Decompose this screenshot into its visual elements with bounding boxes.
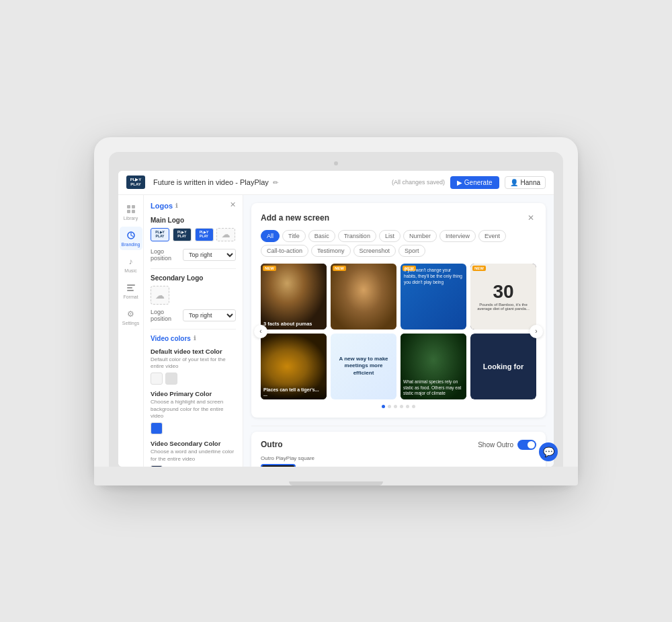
logo-option-2[interactable]: PL▶YPLAY: [173, 228, 192, 241]
dot-2[interactable]: [388, 405, 391, 408]
secondary-logo-section: Secondary Logo ☁ Logo position Top right…: [151, 274, 236, 322]
sidebar-item-format[interactable]: Format: [120, 279, 142, 303]
filter-testimony[interactable]: Testimony: [311, 245, 351, 257]
template-parrots[interactable]: What animal species rely on static as fo…: [401, 334, 466, 399]
secondary-logo-position-label: Logo position: [151, 309, 179, 322]
outro-toggle-switch[interactable]: [517, 440, 536, 450]
add-screen-header: Add a new screen ✕: [261, 212, 536, 223]
filter-title[interactable]: Title: [282, 230, 306, 242]
panel-title: Logos ℹ: [151, 202, 236, 210]
logo-position-select[interactable]: Top right Top left Bottom right Bottom l…: [183, 249, 236, 261]
template-number[interactable]: 30 Pounds of Bamboo, it's the average di…: [470, 264, 536, 329]
template-meeting[interactable]: A new way to make meetings more efficien…: [331, 334, 396, 399]
parrots-bg: What animal species rely on static as fo…: [401, 334, 466, 399]
carousel-dots: [261, 405, 536, 408]
panel-close-button[interactable]: ✕: [228, 200, 237, 210]
looking-for-text: Looking for: [483, 362, 524, 371]
filter-list[interactable]: List: [379, 230, 401, 242]
outro-show-label: Show Outro: [478, 441, 513, 449]
sidebar-item-branding[interactable]: Branding: [120, 227, 142, 250]
toggle-knob: [528, 441, 535, 449]
divider-1: [151, 268, 236, 269]
filter-event[interactable]: Event: [478, 230, 506, 242]
template-tiger[interactable]: Places can tell a tiger's... ...: [261, 334, 327, 399]
new-badge-4: NEW: [472, 266, 486, 271]
new-badge-1: NEW: [263, 266, 276, 271]
dot-3[interactable]: [394, 405, 397, 408]
number-caption: Pounds of Bamboo, it's the average diet …: [473, 303, 534, 311]
music-label: Music: [124, 268, 136, 273]
svg-rect-3: [132, 210, 135, 213]
title-text: Future is written in video - PlayPlay: [153, 178, 269, 186]
parrots-text: What animal species rely on static as fo…: [403, 379, 464, 396]
secondary-logo-label: Secondary Logo: [151, 274, 236, 282]
playplay-logo-icon: PL▶Y PLAY: [126, 176, 145, 189]
template-pumas[interactable]: 3 facts about pumas 3 facts about pumas …: [261, 264, 327, 329]
user-menu-button[interactable]: 👤 Hanna: [505, 176, 546, 189]
header-right: (All changes saved) ▶ Generate 👤 Hanna: [392, 176, 546, 189]
logo-position-label: Logo position: [151, 248, 179, 262]
filter-screenshot[interactable]: Screenshot: [353, 245, 396, 257]
primary-color-label: Video Primary Color: [151, 390, 236, 397]
library-icon: [126, 204, 136, 215]
svg-rect-5: [127, 284, 135, 286]
logo-option-3[interactable]: PL▶YPLAY: [195, 228, 214, 241]
logo-text-line1: PL▶Y: [130, 178, 142, 182]
big-number: 30: [493, 282, 513, 301]
filter-sport[interactable]: Sport: [398, 245, 425, 257]
secondary-color-row: Video Secondary Color Choose a word and …: [151, 440, 236, 466]
meeting-overlay-text: A new way to make meetings more efficien…: [335, 356, 392, 377]
logo-options-grid: PL▶YPLAY PL▶YPLAY PL▶YPLAY ☁: [151, 228, 236, 241]
sidebar-item-library[interactable]: Library: [120, 200, 142, 224]
dot-4[interactable]: [400, 405, 403, 408]
carousel-prev-button[interactable]: ‹: [254, 325, 267, 338]
generate-button[interactable]: ▶ Generate: [450, 176, 499, 189]
sidebar-item-settings[interactable]: ⚙ Settings: [120, 305, 142, 329]
template-blue-info[interactable]: If you won't change your habits, they'll…: [401, 264, 466, 329]
filter-interview[interactable]: Interview: [439, 230, 476, 242]
outro-thumbnail[interactable]: [261, 464, 296, 467]
screen-bezel: PL▶Y PLAY Future is written in video - P…: [109, 152, 563, 467]
primary-color-swatch[interactable]: [151, 422, 163, 434]
logo-upload-button[interactable]: ☁: [216, 228, 235, 241]
dot-5[interactable]: [406, 405, 409, 408]
branding-label: Branding: [121, 242, 140, 247]
secondary-logo-upload[interactable]: ☁: [151, 286, 169, 305]
main-logo-label: Main Logo: [151, 217, 236, 224]
project-title: Future is written in video - PlayPlay ✏: [153, 178, 392, 186]
dot-1[interactable]: [382, 405, 385, 408]
user-icon: 👤: [510, 179, 518, 186]
left-panel: ✕ Logos ℹ Main Logo PL▶YPLAY PL▶YPLAY: [144, 195, 243, 467]
secondary-color-label: Video Secondary Color: [151, 440, 236, 447]
tiger-bg: Places can tell a tiger's... ...: [261, 334, 327, 399]
looking-for-bg: Looking for: [470, 334, 536, 399]
default-text-color-label: Default video text Color: [151, 348, 236, 355]
logo-option-1[interactable]: PL▶YPLAY: [151, 228, 169, 241]
add-screen-close-button[interactable]: ✕: [526, 212, 536, 223]
default-text-color-swatch[interactable]: [151, 373, 163, 385]
chat-bubble-button[interactable]: 💬: [539, 442, 554, 461]
filter-transition[interactable]: Transition: [338, 230, 376, 242]
app-body: Library Branding ♪ Music: [118, 195, 554, 467]
carousel-next-button[interactable]: ›: [530, 325, 543, 338]
filter-all[interactable]: All: [261, 230, 280, 242]
filter-number[interactable]: Number: [403, 230, 437, 242]
add-new-screen-card: Add a new screen ✕ All Title Basic Trans…: [251, 203, 546, 418]
default-text-color-swatch-dark[interactable]: [165, 373, 177, 385]
blue-info-bg: If you won't change your habits, they'll…: [401, 264, 466, 329]
filter-cta[interactable]: Call-to-action: [261, 245, 308, 257]
sidebar-item-music[interactable]: ♪ Music: [120, 253, 142, 276]
secondary-logo-position-select[interactable]: Top right Top left Bottom right Bottom l…: [183, 309, 236, 321]
pumas-text: 3 facts about pumas: [263, 321, 324, 327]
dot-6[interactable]: [412, 405, 415, 408]
main-content-area: Add a new screen ✕ All Title Basic Trans…: [243, 195, 554, 467]
library-label: Library: [124, 216, 138, 221]
filter-basic[interactable]: Basic: [308, 230, 335, 242]
outro-title: Outro: [261, 440, 283, 449]
outro-toggle-row: Show Outro: [478, 440, 536, 450]
template-looking-for[interactable]: Looking for: [470, 334, 536, 399]
template-dog[interactable]: NEW: [331, 264, 396, 329]
format-label: Format: [123, 295, 138, 299]
edit-title-icon[interactable]: ✏: [273, 179, 278, 186]
panel-title-text: Logos: [151, 202, 173, 210]
